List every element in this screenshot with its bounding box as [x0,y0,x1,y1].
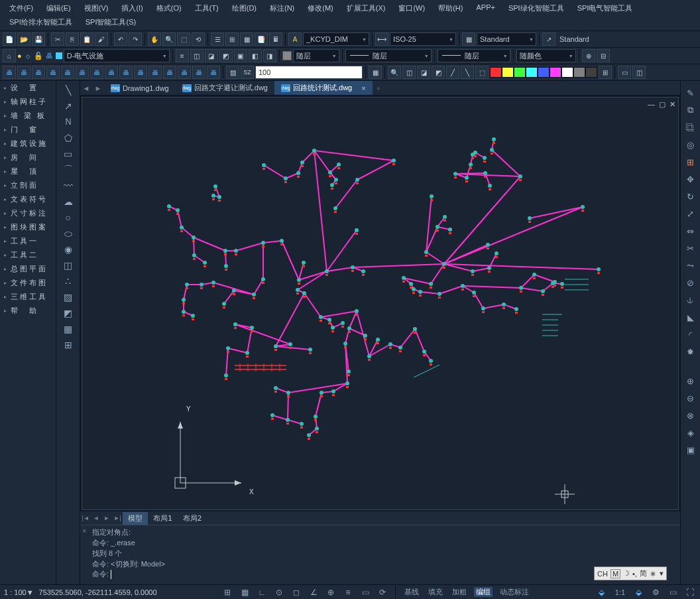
line-icon[interactable]: ╲ [62,84,75,97]
menu-spi-green[interactable]: SPI绿化智能工具 [502,1,571,15]
dyn-toggle-icon[interactable]: ⊕ [325,586,337,598]
menu-tools[interactable]: 工具(T) [188,1,225,15]
array-icon[interactable]: ⊞ [684,155,697,168]
p15-icon[interactable]: 🖶 [207,66,220,79]
extra1-icon[interactable]: ⊕ [582,49,595,62]
text-icon[interactable]: A [288,33,302,46]
m6-icon[interactable]: ⬚ [475,66,489,79]
ortho-toggle-icon[interactable]: ∟ [256,586,268,598]
tab-add-icon[interactable]: ▫ [373,84,384,92]
menu-spi-elec[interactable]: SPI电气智能工具 [571,1,640,15]
menu-ext[interactable]: 扩展工具(X) [340,1,392,15]
trim-icon[interactable]: ✂ [684,241,697,255]
circle-icon[interactable]: ○ [62,211,75,224]
layer-sun-icon[interactable]: ☼ [25,52,31,60]
copy2-icon[interactable]: ⧉ [684,103,697,117]
donut-icon[interactable]: ◉ [62,243,75,256]
cat-tool1[interactable]: 工具一 [0,234,56,248]
end2-icon[interactable]: ◫ [632,66,646,79]
layer-bulb-icon[interactable]: ● [17,52,22,60]
fillet-icon[interactable]: ◜ [684,328,697,341]
menu-window[interactable]: 窗口(W) [392,1,432,15]
m5-icon[interactable]: ╲ [461,66,474,79]
menu-view[interactable]: 视图(V) [78,1,115,15]
point-icon[interactable]: ∴ [62,275,75,288]
m1-icon[interactable]: ◫ [402,66,416,79]
color-cyan[interactable] [526,67,538,78]
zoomwin-icon[interactable]: ⬚ [177,33,190,46]
paste-icon[interactable]: 📋 [80,33,93,46]
menu-dim[interactable]: 标注(N) [263,1,301,15]
menu-help[interactable]: 帮助(H) [432,1,469,15]
gradient-icon[interactable]: ◩ [62,306,75,320]
annosync-icon[interactable]: ⬙ [632,586,644,598]
hatch-icon[interactable]: ▨ [226,66,239,79]
polygon-icon[interactable]: ⬠ [62,131,75,145]
cat-block[interactable]: 图块图案 [0,220,56,234]
r3-icon[interactable]: ⊗ [684,409,697,422]
mleader-icon[interactable]: ↗ [542,33,555,46]
open-icon[interactable]: 📂 [17,33,30,46]
pan-icon[interactable]: ✋ [148,33,161,46]
p3-icon[interactable]: 🖶 [32,66,45,79]
table2-icon[interactable]: ⊞ [62,338,75,352]
menu-edit[interactable]: 编辑(E) [40,1,78,15]
modelspace-icon[interactable]: ⬙ [596,586,608,598]
toolpalette-icon[interactable]: ▦ [240,33,253,46]
menu-file[interactable]: 文件(F) [3,1,40,15]
p10-icon[interactable]: 🖶 [134,66,147,79]
calc-icon[interactable]: 🖩 [269,33,282,46]
doctab-3[interactable]: dwg回路统计测试.dwg× [274,81,373,95]
menu-modify[interactable]: 修改(M) [301,1,340,15]
break-icon[interactable]: ⊘ [684,276,697,289]
cat-symbol[interactable]: 文表符号 [0,192,56,206]
p9-icon[interactable]: 🖶 [119,66,133,79]
dim-icon[interactable]: ⟷ [375,33,388,46]
cat-tool2[interactable]: 工具二 [0,248,56,262]
polar-toggle-icon[interactable]: ⊙ [273,586,285,598]
workspace-icon[interactable]: ⚙ [650,586,662,598]
r2-icon[interactable]: ⊖ [684,391,697,405]
p13-icon[interactable]: 🖶 [178,66,191,79]
zoom-icon[interactable]: 🔍 [162,33,176,46]
copy-icon[interactable]: ⎘ [66,33,79,46]
fullscreen-icon[interactable]: ⛶ [684,586,696,598]
region-icon[interactable]: ▦ [62,322,75,336]
menu-spi-water[interactable]: SPI给排水智能工具 [3,15,79,29]
m3-icon[interactable]: ◩ [432,66,445,79]
home-icon[interactable]: ⌂ [3,49,16,62]
layer-dropdown[interactable]: D-电气设施 [64,49,170,62]
undo-icon[interactable]: ↶ [114,33,127,46]
menu-draw[interactable]: 绘图(D) [225,1,263,15]
match-icon[interactable]: 🖌 [95,33,108,46]
block-icon[interactable]: ◫ [62,259,75,272]
cat-facility[interactable]: 建筑设施 [0,137,56,151]
layout2-tab[interactable]: 布局2 [178,512,207,525]
bt-next-icon[interactable]: ► [101,515,112,521]
m2-icon[interactable]: ◪ [417,66,430,79]
bt-last-icon[interactable]: ►| [112,515,123,521]
hardware-icon[interactable]: ▭ [667,586,679,598]
revcloud-icon[interactable]: ☁ [62,195,75,208]
cat-dim[interactable]: 尺寸标注 [0,206,56,220]
color-blue[interactable] [538,67,550,78]
cat-section[interactable]: 立剖面 [0,178,56,192]
rect-icon[interactable]: ▭ [62,147,75,161]
doctab-1[interactable]: dwgDrawing1.dwg [104,81,176,95]
r5-icon[interactable]: ▣ [684,443,697,456]
color-red[interactable] [490,67,502,78]
color-swatch[interactable] [282,51,292,60]
laytool5-icon[interactable]: ◧ [249,49,262,62]
ime-toolbar[interactable]: CH M ☽ •, 简 ⛯ ▾ [594,566,667,580]
tab-prev-icon[interactable]: ◄ [80,84,92,92]
pline-icon[interactable]: Ｎ [62,115,75,129]
cut-icon[interactable]: ✂ [51,33,64,46]
props-icon[interactable]: ☰ [211,33,224,46]
rotate-icon[interactable]: ↻ [684,190,697,203]
color-magenta[interactable] [550,67,561,78]
spline-icon[interactable]: 〰 [62,179,75,192]
grid-toggle-icon[interactable]: ⊞ [221,586,233,598]
snap-dyn[interactable]: 动态标注 [498,587,531,597]
laytool6-icon[interactable]: ◨ [263,49,276,62]
p5-icon[interactable]: 🖶 [61,66,74,79]
